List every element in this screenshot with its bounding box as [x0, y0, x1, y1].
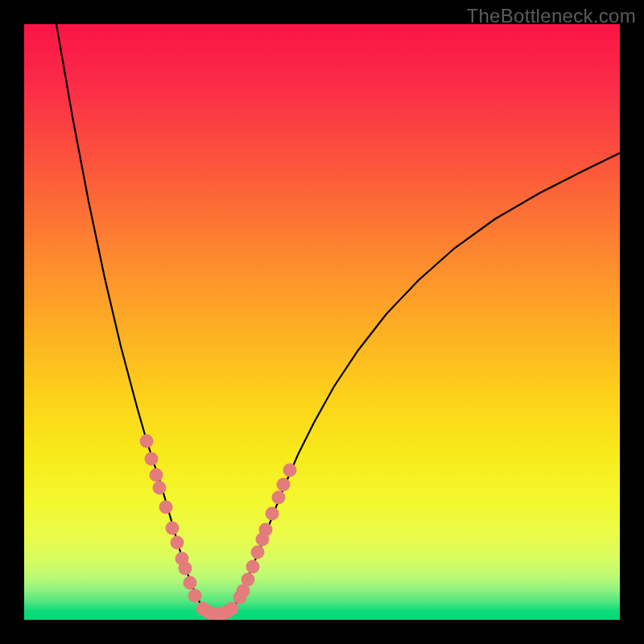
data-dot	[150, 469, 163, 482]
data-dot	[166, 522, 180, 535]
data-dot	[266, 507, 279, 521]
data-dots	[140, 435, 297, 621]
data-dot	[153, 481, 167, 495]
data-dot	[277, 478, 291, 492]
data-dot	[272, 491, 286, 505]
data-dot	[159, 501, 173, 514]
chart-svg	[24, 24, 620, 620]
data-dot	[259, 523, 273, 537]
chart-frame: TheBottleneck.com	[0, 0, 644, 644]
data-dot	[251, 546, 265, 559]
data-dot	[283, 464, 297, 477]
bottleneck-curve	[56, 24, 620, 615]
data-dot	[140, 435, 154, 448]
data-dot	[145, 452, 159, 466]
plot-area	[24, 24, 620, 620]
data-dot	[246, 560, 260, 574]
data-dot	[171, 536, 184, 550]
data-dot	[179, 562, 192, 576]
data-dot	[242, 573, 255, 587]
data-dot	[225, 602, 239, 616]
data-dot	[188, 589, 202, 603]
data-dot	[184, 576, 197, 590]
